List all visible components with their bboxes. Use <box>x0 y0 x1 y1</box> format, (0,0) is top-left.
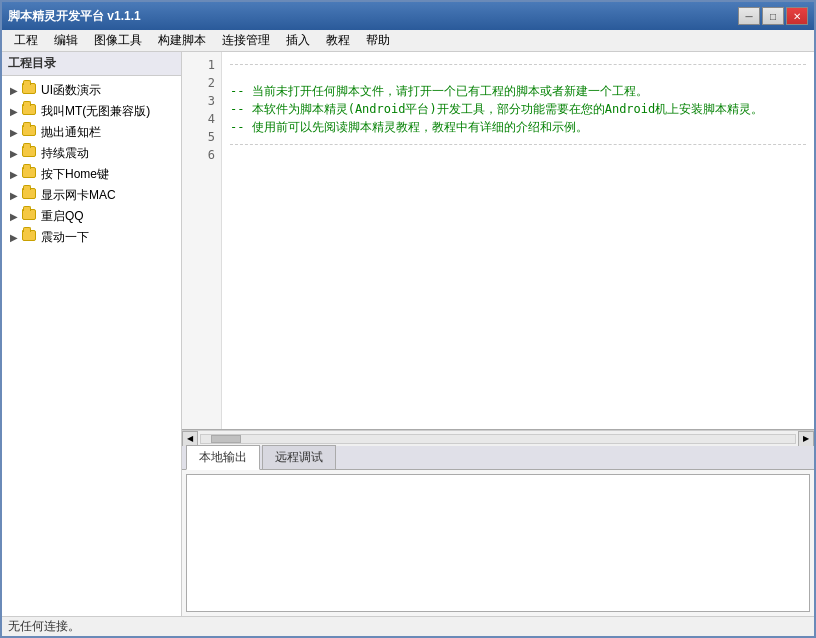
code-line-5 <box>230 144 806 162</box>
sidebar-item-label-mt: 我叫MT(无图兼容版) <box>41 103 150 120</box>
tree-arrow-icon: ▶ <box>6 209 22 225</box>
code-line-4: -- 使用前可以先阅读脚本精灵教程，教程中有详细的介绍和示例。 <box>230 118 806 136</box>
code-line-1 <box>230 64 806 82</box>
tree-arrow-icon: ▶ <box>6 125 22 141</box>
tree-arrow-icon: ▶ <box>6 188 22 204</box>
folder-icon-ui-demo <box>22 83 38 99</box>
window-title: 脚本精灵开发平台 v1.1.1 <box>8 8 738 25</box>
sidebar-header: 工程目录 <box>2 52 181 76</box>
sidebar-content: ▶ UI函数演示 ▶ 我叫MT(无图兼容版) ▶ 抛出通知栏 ▶ <box>2 76 181 616</box>
editor-area: 1 2 3 4 5 6 -- 当前未打开任何脚本文件，请打开一个已有工程的脚本或… <box>182 52 814 430</box>
menu-item-tutorial[interactable]: 教程 <box>318 30 358 51</box>
scroll-right-button[interactable]: ▶ <box>798 431 814 447</box>
menu-item-build-script[interactable]: 构建脚本 <box>150 30 214 51</box>
sidebar-item-home-key[interactable]: ▶ 按下Home键 <box>2 164 181 185</box>
close-button[interactable]: ✕ <box>786 7 808 25</box>
tab-bar: 本地输出 远程调试 <box>182 446 814 470</box>
folder-icon-qq <box>22 209 38 225</box>
tab-remote-debug[interactable]: 远程调试 <box>262 445 336 470</box>
menu-bar: 工程 编辑 图像工具 构建脚本 连接管理 插入 教程 帮助 <box>2 30 814 52</box>
scroll-track[interactable] <box>200 434 796 444</box>
code-line-2: -- 当前未打开任何脚本文件，请打开一个已有工程的脚本或者新建一个工程。 <box>230 82 806 100</box>
tree-arrow-icon: ▶ <box>6 146 22 162</box>
main-window: 脚本精灵开发平台 v1.1.1 ─ □ ✕ 工程 编辑 图像工具 构建脚本 连接… <box>0 0 816 638</box>
menu-item-project[interactable]: 工程 <box>6 30 46 51</box>
line-num-1: 1 <box>182 56 221 74</box>
line-num-5: 5 <box>182 128 221 146</box>
sidebar-item-mac[interactable]: ▶ 显示网卡MAC <box>2 185 181 206</box>
menu-item-edit[interactable]: 编辑 <box>46 30 86 51</box>
sidebar-item-mt[interactable]: ▶ 我叫MT(无图兼容版) <box>2 101 181 122</box>
folder-icon-shake <box>22 230 38 246</box>
folder-icon-home <box>22 167 38 183</box>
minimize-button[interactable]: ─ <box>738 7 760 25</box>
sidebar: 工程目录 ▶ UI函数演示 ▶ 我叫MT(无图兼容版) ▶ 抛出通知栏 <box>2 52 182 616</box>
tree-arrow-icon: ▶ <box>6 83 22 99</box>
title-bar: 脚本精灵开发平台 v1.1.1 ─ □ ✕ <box>2 2 814 30</box>
folder-icon-notification <box>22 125 38 141</box>
maximize-button[interactable]: □ <box>762 7 784 25</box>
folder-icon-vibrate <box>22 146 38 162</box>
sidebar-item-label-vibrate: 持续震动 <box>41 145 89 162</box>
line-numbers: 1 2 3 4 5 6 <box>182 52 222 429</box>
code-line-6 <box>230 162 806 180</box>
status-text: 无任何连接。 <box>8 618 80 635</box>
line-num-3: 3 <box>182 92 221 110</box>
sidebar-item-label-shake: 震动一下 <box>41 229 89 246</box>
sidebar-item-label-qq: 重启QQ <box>41 208 84 225</box>
line-num-6: 6 <box>182 146 221 164</box>
window-controls: ─ □ ✕ <box>738 7 808 25</box>
sidebar-item-label-home: 按下Home键 <box>41 166 109 183</box>
sidebar-item-notification[interactable]: ▶ 抛出通知栏 <box>2 122 181 143</box>
editor-horizontal-scrollbar: ◀ ▶ <box>182 430 814 446</box>
tree-arrow-icon: ▶ <box>6 230 22 246</box>
menu-item-help[interactable]: 帮助 <box>358 30 398 51</box>
code-editor[interactable]: -- 当前未打开任何脚本文件，请打开一个已有工程的脚本或者新建一个工程。 -- … <box>222 52 814 429</box>
folder-icon-mac <box>22 188 38 204</box>
code-line-3: -- 本软件为脚本精灵(Android平台)开发工具，部分功能需要在您的Andr… <box>230 100 806 118</box>
sidebar-item-ui-demo[interactable]: ▶ UI函数演示 <box>2 80 181 101</box>
bottom-panel: 本地输出 远程调试 <box>182 446 814 616</box>
sidebar-item-label-ui-demo: UI函数演示 <box>41 82 101 99</box>
tab-local-output[interactable]: 本地输出 <box>186 445 260 470</box>
tree-arrow-icon: ▶ <box>6 167 22 183</box>
scroll-thumb[interactable] <box>211 435 241 443</box>
sidebar-item-label-notification: 抛出通知栏 <box>41 124 101 141</box>
tree-arrow-icon: ▶ <box>6 104 22 120</box>
menu-item-insert[interactable]: 插入 <box>278 30 318 51</box>
sidebar-item-shake[interactable]: ▶ 震动一下 <box>2 227 181 248</box>
content-area: 1 2 3 4 5 6 -- 当前未打开任何脚本文件，请打开一个已有工程的脚本或… <box>182 52 814 616</box>
status-bar: 无任何连接。 <box>2 616 814 636</box>
sidebar-item-label-mac: 显示网卡MAC <box>41 187 116 204</box>
menu-item-connection[interactable]: 连接管理 <box>214 30 278 51</box>
line-num-2: 2 <box>182 74 221 92</box>
sidebar-item-restart-qq[interactable]: ▶ 重启QQ <box>2 206 181 227</box>
sidebar-item-vibrate[interactable]: ▶ 持续震动 <box>2 143 181 164</box>
folder-icon-mt <box>22 104 38 120</box>
menu-item-image-tools[interactable]: 图像工具 <box>86 30 150 51</box>
line-num-4: 4 <box>182 110 221 128</box>
main-area: 工程目录 ▶ UI函数演示 ▶ 我叫MT(无图兼容版) ▶ 抛出通知栏 <box>2 52 814 616</box>
tab-content-area[interactable] <box>186 474 810 612</box>
